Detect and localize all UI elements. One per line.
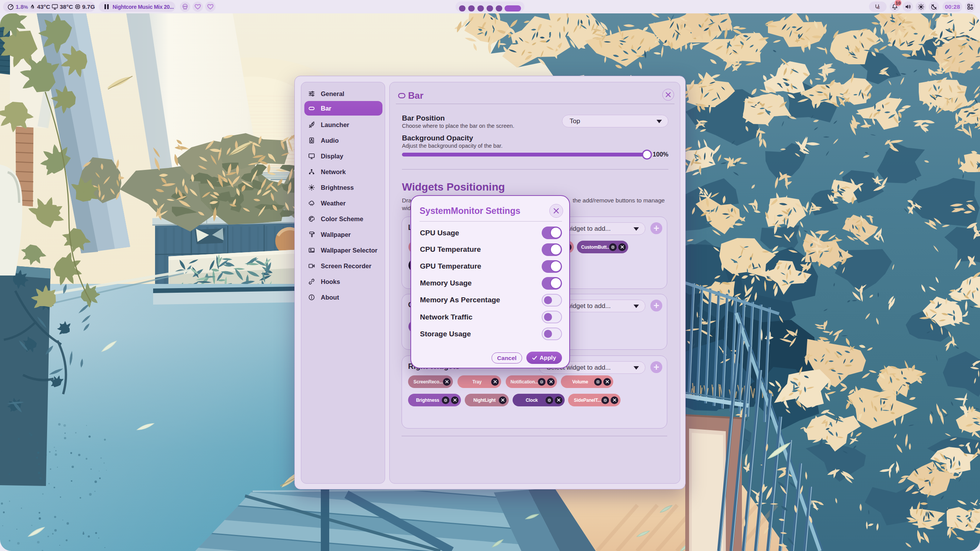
- svg-text:C: C: [877, 6, 880, 10]
